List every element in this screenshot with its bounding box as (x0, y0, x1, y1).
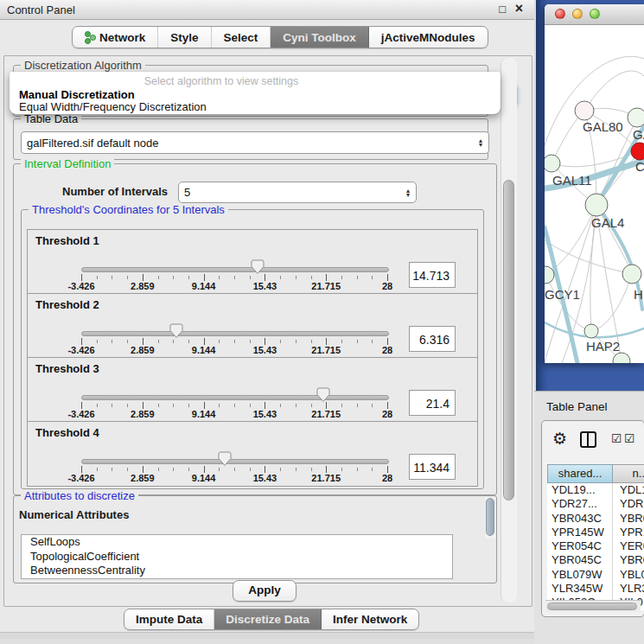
threshold-1-slider-thumb[interactable] (251, 259, 265, 275)
cell-name[interactable]: YDL1 (613, 483, 644, 497)
panel-vertical-scrollbar[interactable] (501, 58, 517, 603)
table-horizontal-scrollbar[interactable] (545, 600, 641, 612)
table-row[interactable]: YDL19... YDL1 (547, 483, 644, 497)
scrollbar-thumb[interactable] (503, 180, 514, 501)
attribute-list-item[interactable]: BetweennessCentrality (22, 564, 452, 578)
cell-shared-name[interactable]: YDR27... (547, 497, 613, 511)
tick-mark (265, 338, 265, 345)
tick-mark (143, 274, 143, 281)
cell-shared-name[interactable]: YBR043C (547, 512, 613, 526)
table-data-combo[interactable]: galFiltered.sif default node ▴ ▾ (21, 131, 489, 154)
network-canvas[interactable]: GAL80 GAL GAL11 C GAL4 GCY1 H HAP2 (545, 24, 644, 363)
threshold-4-slider-track[interactable] (81, 459, 389, 464)
checkbox-checked-icon[interactable]: ☑ (611, 431, 622, 445)
network-window-titlebar (545, 4, 644, 25)
table-row[interactable]: YBR045C YBR0 (547, 553, 644, 567)
table-row[interactable]: YPR145W YPR1 (547, 526, 644, 539)
tick-mark (188, 276, 189, 279)
tick-mark (357, 276, 358, 279)
popup-option-manual-discretization[interactable]: Manual Discretization (19, 88, 135, 101)
threshold-1-value-field[interactable]: 14.713 (409, 262, 456, 288)
tab-jactivemnodules[interactable]: jActiveMNodules (369, 27, 488, 48)
number-of-intervals-label: Number of Intervals (62, 185, 168, 198)
table-row[interactable]: YBR043C YBR0 (547, 512, 644, 526)
tick-mark (158, 340, 159, 343)
attributes-list-scrollbar[interactable] (485, 497, 495, 539)
tick-mark (250, 276, 251, 279)
cell-name[interactable]: YER0 (613, 539, 644, 553)
threshold-4-slider-thumb[interactable] (218, 451, 232, 467)
tick-mark (234, 276, 235, 279)
cell-name[interactable]: YPR1 (613, 526, 644, 539)
tick-mark (97, 468, 98, 471)
cell-shared-name[interactable]: YBL079W (547, 568, 613, 582)
attribute-list-item[interactable]: SelfLoops (22, 535, 452, 550)
numerical-attributes-list[interactable]: SelfLoops TopologicalCoefficient Between… (21, 534, 453, 579)
float-window-icon[interactable]: □ (499, 3, 506, 16)
threshold-1-slider-track[interactable] (81, 267, 389, 272)
tab-discretize-data[interactable]: Discretize Data (214, 609, 322, 629)
threshold-4-value-field[interactable]: 11.344 (409, 454, 456, 480)
tab-select[interactable]: Select (212, 27, 271, 48)
split-table-icon[interactable] (580, 431, 596, 448)
cell-name[interactable]: YLR3 (613, 582, 644, 596)
cell-name[interactable]: YBR0 (613, 553, 644, 567)
threshold-2-label: Threshold 2 (35, 298, 99, 311)
tick-label: 28 (382, 345, 392, 355)
tick-mark (173, 276, 174, 279)
checkbox-checked-icon[interactable]: ☑ (624, 431, 635, 445)
table-row[interactable]: YER054C YER0 (547, 539, 644, 553)
popup-option-equal-width-frequency[interactable]: Equal Width/Frequency Discretization (19, 100, 207, 113)
number-of-intervals-combo[interactable]: 5 ▴ ▾ (178, 182, 417, 203)
tick-label: 9.144 (192, 409, 216, 419)
zoom-traffic-light-icon[interactable] (590, 9, 600, 19)
tick-label: 15.43 (253, 281, 277, 291)
tab-infer-network[interactable]: Infer Network (322, 609, 418, 629)
cell-name[interactable]: YBR0 (613, 512, 644, 526)
tick-mark (296, 404, 296, 407)
threshold-3-value-field[interactable]: 21.4 (409, 390, 456, 416)
cell-shared-name[interactable]: YER054C (547, 539, 613, 553)
interval-definition-group: Interval Definition Number of Intervals … (13, 163, 497, 495)
threshold-4-row: Threshold 4 -3.4262.8599.14415.4321.7152… (27, 421, 478, 487)
table-row[interactable]: YLR345W YLR3 (547, 582, 644, 596)
cell-name[interactable]: YBL0 (613, 568, 644, 582)
scrollbar-thumb[interactable] (547, 603, 637, 610)
tab-style-label: Style (170, 31, 198, 44)
cell-shared-name[interactable]: YPR145W (547, 526, 613, 539)
column-header-name[interactable]: n... (613, 464, 644, 483)
cell-shared-name[interactable]: YBR045C (547, 553, 613, 567)
gear-icon[interactable]: ⚙ (552, 429, 567, 449)
attribute-list-item[interactable]: TopologicalCoefficient (22, 550, 452, 564)
cell-shared-name[interactable]: YDL19... (547, 483, 613, 497)
scrollbar-thumb[interactable] (486, 498, 494, 536)
tick-mark (311, 404, 312, 407)
threshold-2-slider-track[interactable] (81, 331, 389, 336)
tick-mark (81, 338, 82, 345)
tick-mark (296, 468, 296, 471)
close-traffic-light-icon[interactable] (555, 9, 565, 19)
cell-shared-name[interactable]: YLR345W (547, 582, 613, 596)
threshold-2-value-field[interactable]: 6.316 (409, 326, 456, 352)
threshold-3-slider-track[interactable] (81, 395, 389, 400)
tick-mark (326, 402, 327, 409)
tab-style[interactable]: Style (158, 27, 211, 48)
apply-button[interactable]: Apply (233, 580, 296, 602)
table-row[interactable]: YBL079W YBL0 (547, 568, 644, 582)
table-data-group: Table Data galFiltered.sif default node … (13, 118, 488, 160)
tab-cyni-toolbox[interactable]: Cyni Toolbox (271, 27, 369, 48)
tick-label: 9.144 (192, 281, 216, 291)
tab-infer-network-label: Infer Network (333, 613, 407, 626)
tab-impute-data[interactable]: Impute Data (124, 609, 214, 629)
tick-label: 2.859 (131, 281, 155, 291)
cell-name[interactable]: YDR2 (613, 497, 644, 511)
tick-mark (357, 468, 358, 471)
minimize-traffic-light-icon[interactable] (572, 9, 583, 19)
close-icon[interactable]: × (515, 1, 523, 16)
threshold-2-slider-thumb[interactable] (169, 323, 183, 339)
tick-mark (280, 276, 281, 279)
tab-network[interactable]: Network (73, 27, 158, 48)
table-row[interactable]: YDR27... YDR2 (547, 497, 644, 511)
column-header-shared-name[interactable]: shared... (547, 464, 613, 483)
threshold-3-slider-thumb[interactable] (316, 387, 330, 403)
